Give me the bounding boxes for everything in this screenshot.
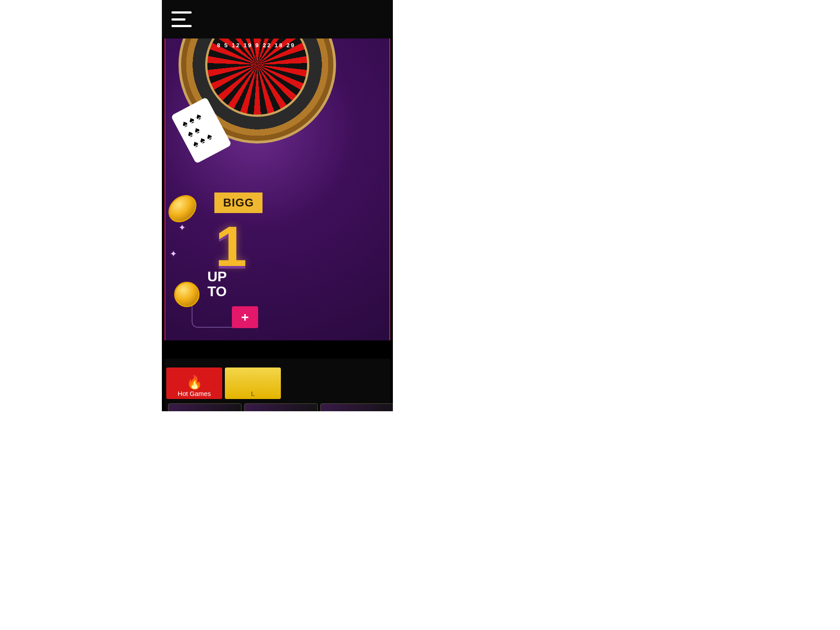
coin-graphic [168, 193, 197, 224]
sparkle-icon: ✦ [178, 222, 186, 233]
hamburger-menu-icon[interactable] [172, 11, 192, 27]
flame-icon: 🔥 [186, 376, 203, 389]
category-hot-games[interactable]: 🔥 Hot Games [166, 368, 222, 399]
game-thumbnails [168, 403, 391, 411]
game-thumbnail[interactable] [244, 403, 318, 411]
game-thumbnail[interactable] [168, 403, 242, 411]
promo-cta-button[interactable]: + [232, 306, 258, 328]
category-label: L [251, 390, 255, 397]
bottom-category-strip: 🔥 Hot Games L [164, 359, 390, 411]
promo-ribbon: BIGG [214, 192, 262, 213]
sparkle-icon: ✦ [170, 248, 177, 259]
game-thumbnail[interactable] [320, 403, 393, 411]
category-label: Hot Games [178, 390, 211, 397]
roulette-numbers: 8 5 12 19 9 22 18 29 [217, 42, 295, 49]
coin-graphic [174, 282, 200, 307]
promo-banner: 8 5 12 19 9 22 18 29 ✦ ✦ BIGG 1 UP TO + [164, 38, 390, 340]
phone-viewport: 8 5 12 19 9 22 18 29 ✦ ✦ BIGG 1 UP TO + … [162, 0, 393, 411]
site-header [162, 0, 393, 38]
category-tile[interactable]: L [225, 368, 281, 399]
